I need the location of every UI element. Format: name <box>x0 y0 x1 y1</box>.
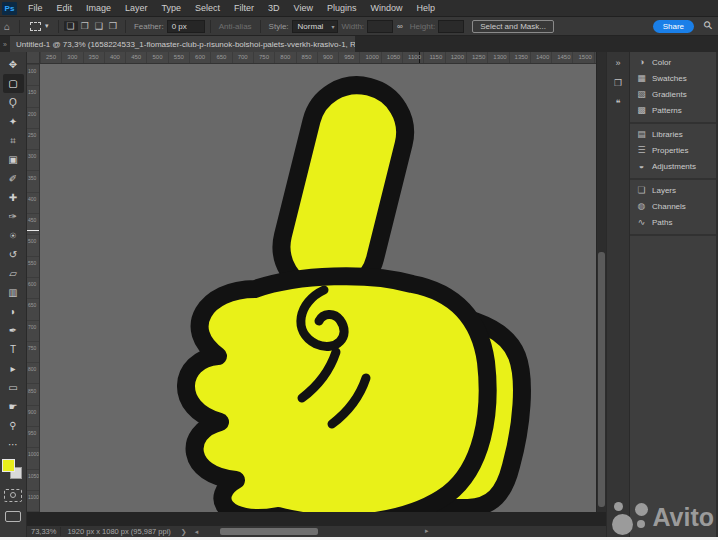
subtract-selection-mode-icon[interactable]: ❑ <box>92 21 106 31</box>
panel-tab-gradients[interactable]: ▧Gradients <box>630 86 716 102</box>
ruler-tick-label: 500 <box>28 238 36 244</box>
ruler-corner[interactable] <box>27 52 40 64</box>
feather-input[interactable]: 0 px <box>167 20 205 33</box>
menu-file[interactable]: File <box>21 0 50 17</box>
search-icon[interactable]: ⚲ <box>701 18 716 33</box>
healing-brush-tool[interactable]: ✚ <box>3 188 24 207</box>
ruler-tick-label: 950 <box>344 54 354 60</box>
pen-tool[interactable]: ✒ <box>3 321 24 340</box>
panel-dock: »❐❝ ◑Color▦Swatches▧Gradients▩Patterns▤L… <box>606 52 718 537</box>
panel-tab-properties[interactable]: ☰Properties <box>630 142 716 158</box>
menu-filter[interactable]: Filter <box>227 0 261 17</box>
magic-wand-tool[interactable]: ✦ <box>3 112 24 131</box>
panel-tab-layers[interactable]: ❏Layers <box>630 182 716 198</box>
panel-tab-channels[interactable]: ◍Channels <box>630 198 716 214</box>
style-dropdown[interactable]: Normal ▾ <box>292 20 339 33</box>
vertical-scrollbar-thumb[interactable] <box>598 252 605 507</box>
avito-logo-icon <box>610 499 648 535</box>
share-button[interactable]: Share <box>653 20 694 33</box>
link-dimensions-icon[interactable]: ∞ <box>393 22 407 31</box>
select-and-mask-button[interactable]: Select and Mask... <box>472 20 554 33</box>
menu-layer[interactable]: Layer <box>118 0 155 17</box>
eyedropper-tool[interactable]: ✐ <box>3 169 24 188</box>
document-canvas[interactable] <box>40 64 596 512</box>
crop-tool[interactable]: ⌗ <box>3 131 24 150</box>
brush-tool[interactable]: ✑ <box>3 207 24 226</box>
photoshop-logo-icon[interactable]: Ps <box>2 2 17 15</box>
new-selection-mode-icon[interactable]: ❏ <box>64 21 78 31</box>
width-input[interactable] <box>367 20 393 33</box>
menu-type[interactable]: Type <box>155 0 189 17</box>
zoom-tool[interactable]: ⚲ <box>3 416 24 435</box>
ruler-tick-label: 750 <box>259 54 269 60</box>
rectangular-marquee-tool[interactable]: ▢ <box>3 74 24 93</box>
intersect-selection-mode-icon[interactable]: ❒ <box>106 21 120 31</box>
horizontal-scrollbar-thumb[interactable] <box>220 528 318 535</box>
panel-group: ▤Libraries☰Properties◒Adjustments <box>630 124 716 180</box>
menu-window[interactable]: Window <box>364 0 410 17</box>
height-input[interactable] <box>438 20 464 33</box>
scroll-right-arrow-icon[interactable]: ▸ <box>425 527 429 535</box>
panel-tab-paths[interactable]: ∿Paths <box>630 214 716 230</box>
screen-mode-icon[interactable] <box>5 511 21 522</box>
comments-icon[interactable]: ❝ <box>609 96 627 110</box>
shape-tool[interactable]: ▭ <box>3 378 24 397</box>
panel-tab-libraries[interactable]: ▤Libraries <box>630 126 716 142</box>
zoom-level-field[interactable]: 73,33% <box>27 527 60 536</box>
panel-tab-label: Swatches <box>652 74 687 83</box>
ruler-tick-label: 450 <box>28 217 36 223</box>
panel-tab-label: Patterns <box>652 106 682 115</box>
ruler-tick-label: 650 <box>216 54 226 60</box>
menu-view[interactable]: View <box>287 0 320 17</box>
antialias-checkbox[interactable]: Anti-alias <box>219 22 252 31</box>
panel-group: ◑Color▦Swatches▧Gradients▩Patterns <box>630 52 716 124</box>
style-label: Style: <box>269 22 289 31</box>
document-tab[interactable]: Untitled-1 @ 73,3% (1658224533_1-flomast… <box>10 36 355 52</box>
blur-tool[interactable]: ◗ <box>3 302 24 321</box>
learn-icon[interactable]: ❐ <box>609 76 627 90</box>
foreground-color-swatch[interactable] <box>2 459 15 472</box>
ruler-vertical: 1001502002503003504004505005506006507007… <box>27 64 40 512</box>
panel-tab-adjustments[interactable]: ◒Adjustments <box>630 158 716 174</box>
eraser-tool[interactable]: ▱ <box>3 264 24 283</box>
tool-preset-marquee-icon[interactable] <box>30 22 41 31</box>
style-value: Normal <box>298 22 324 31</box>
scroll-left-arrow-icon[interactable]: ◂ <box>191 528 203 536</box>
menu-help[interactable]: Help <box>410 0 443 17</box>
home-icon[interactable]: ⌂ <box>0 21 14 32</box>
panel-tab-label: Channels <box>652 202 686 211</box>
ruler-horizontal: 2503003504004505005506006507007508008509… <box>40 52 596 64</box>
ruler-tick-label: 500 <box>153 54 163 60</box>
panel-tab-swatches[interactable]: ▦Swatches <box>630 70 716 86</box>
menu-3d[interactable]: 3D <box>261 0 287 17</box>
panel-tab-color[interactable]: ◑Color <box>630 54 716 70</box>
lasso-tool[interactable]: Ϙ <box>3 93 24 112</box>
gradient-tool[interactable]: ▥ <box>3 283 24 302</box>
type-tool[interactable]: T <box>3 340 24 359</box>
move-tool[interactable]: ✥ <box>3 55 24 74</box>
ruler-tick-label: 600 <box>28 281 36 287</box>
history-brush-tool[interactable]: ↺ <box>3 245 24 264</box>
path-selection-tool[interactable]: ▸ <box>3 359 24 378</box>
menu-plugins[interactable]: Plugins <box>320 0 364 17</box>
dock-icon-strip: »❐❝ <box>606 52 630 537</box>
cursor-y-marker <box>27 230 40 231</box>
clone-stamp-tool[interactable]: ⍟ <box>3 226 24 245</box>
frame-tool[interactable]: ▣ <box>3 150 24 169</box>
hand-tool[interactable]: ☛ <box>3 397 24 416</box>
expand-panels-icon[interactable]: » <box>609 56 627 70</box>
status-menu-chevron-icon[interactable]: ❯ <box>177 528 191 536</box>
layers-panel-icon: ❏ <box>636 185 647 195</box>
tab-overflow-icon[interactable]: » <box>0 36 10 52</box>
vertical-scrollbar[interactable] <box>596 52 606 512</box>
quick-mask-mode-icon[interactable] <box>4 489 22 502</box>
panel-tab-patterns[interactable]: ▩Patterns <box>630 102 716 118</box>
menu-image[interactable]: Image <box>79 0 118 17</box>
ruler-tick-label: 1150 <box>429 54 442 60</box>
tool-preset-caret-icon[interactable]: ▾ <box>41 22 53 30</box>
edit-toolbar[interactable]: ⋯ <box>3 435 24 454</box>
ruler-tick-label: 1000 <box>366 54 379 60</box>
add-selection-mode-icon[interactable]: ❐ <box>78 21 92 31</box>
menu-edit[interactable]: Edit <box>50 0 80 17</box>
menu-select[interactable]: Select <box>188 0 227 17</box>
